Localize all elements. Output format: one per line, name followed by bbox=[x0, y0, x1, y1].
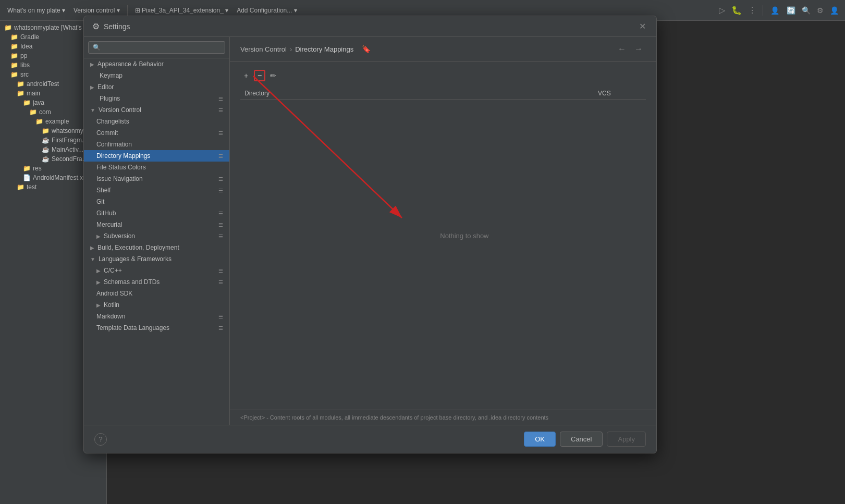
nav-label-file-status: File Status Colors bbox=[96, 164, 146, 171]
template-settings-badge-icon: ☰ bbox=[218, 325, 223, 331]
bookmark-icon: 🔖 bbox=[362, 45, 371, 53]
help-button[interactable]: ? bbox=[94, 433, 107, 446]
nav-label-plugins: Plugins bbox=[100, 95, 120, 102]
manifest-icon: 📄 bbox=[23, 174, 31, 181]
remove-mapping-button[interactable]: − bbox=[254, 70, 265, 81]
settings-icon[interactable]: ⚙ bbox=[817, 6, 824, 15]
nav-label-github: GitHub bbox=[96, 210, 116, 217]
apply-button[interactable]: Apply bbox=[607, 432, 646, 447]
src-label: src bbox=[20, 71, 29, 78]
vcs-settings-badge-icon: ☰ bbox=[218, 107, 223, 113]
add-config-menu[interactable]: Add Configuration... ▾ bbox=[234, 6, 300, 15]
secondfra-label: SecondFra... bbox=[52, 155, 88, 163]
secondfra-icon: ☕ bbox=[42, 155, 50, 163]
settings-badge-icon: ☰ bbox=[218, 96, 223, 102]
schemas-settings-badge-icon: ☰ bbox=[218, 279, 223, 285]
nav-item-keymap[interactable]: Keymap bbox=[84, 70, 229, 81]
manifest-label: AndroidManifest.xml bbox=[33, 174, 90, 181]
nav-item-subversion[interactable]: ▶ Subversion ☰ bbox=[84, 230, 229, 242]
expand-arrow-vcs-icon: ▼ bbox=[90, 107, 95, 113]
toolbar-separator-2 bbox=[763, 5, 763, 16]
dialog-title: Settings bbox=[104, 22, 637, 31]
debug-icon[interactable]: 🐛 bbox=[731, 5, 742, 15]
mainactiv-label: MainActiv... bbox=[52, 146, 83, 153]
firstfragm-icon: ☕ bbox=[42, 137, 50, 144]
device-menu[interactable]: ⊞ Pixel_3a_API_34_extension_ ▾ bbox=[132, 6, 231, 15]
content-nav-buttons: ← → bbox=[615, 43, 646, 55]
whatsonmyp-icon: 📁 bbox=[42, 127, 50, 134]
content-toolbar: + − ✏ bbox=[240, 70, 646, 81]
nav-label-mercurial: Mercurial bbox=[96, 221, 122, 228]
example-label: example bbox=[45, 118, 69, 125]
libs-label: libs bbox=[20, 62, 30, 69]
add-mapping-button[interactable]: + bbox=[240, 70, 252, 81]
directory-mappings-table: Directory VCS bbox=[240, 88, 646, 100]
subversion-settings-badge-icon: ☰ bbox=[218, 233, 223, 239]
test-label: test bbox=[27, 183, 36, 191]
edit-mapping-button[interactable]: ✏ bbox=[267, 70, 279, 81]
search-icon[interactable]: 🔍 bbox=[802, 6, 811, 15]
nav-label-git: Git bbox=[96, 198, 104, 205]
run-icon[interactable]: ▷ bbox=[719, 5, 725, 15]
more-menu-icon[interactable]: ⋮ bbox=[748, 5, 756, 15]
nav-item-directory-mappings[interactable]: Directory Mappings ☰ bbox=[84, 150, 229, 162]
gradle-label: Gradle bbox=[20, 33, 39, 41]
nav-label-changelists: Changelists bbox=[96, 118, 129, 125]
nav-label-subversion: Subversion bbox=[104, 232, 135, 240]
nav-item-android-sdk[interactable]: Android SDK bbox=[84, 288, 229, 299]
nav-item-changelists[interactable]: Changelists bbox=[84, 116, 229, 127]
nav-label-issue-navigation: Issue Navigation bbox=[96, 175, 143, 182]
nav-forward-button[interactable]: → bbox=[631, 43, 646, 55]
nav-item-plugins[interactable]: Plugins ☰ bbox=[84, 93, 229, 104]
res-icon: 📁 bbox=[23, 165, 31, 172]
version-control-menu[interactable]: Version control ▾ bbox=[70, 6, 123, 15]
java-icon: 📁 bbox=[23, 99, 31, 106]
dir-settings-badge-icon: ☰ bbox=[218, 153, 223, 159]
nav-search-input[interactable] bbox=[88, 41, 225, 54]
nav-item-appearance[interactable]: ▶ Appearance & Behavior bbox=[84, 58, 229, 70]
cpp-settings-badge-icon: ☰ bbox=[218, 268, 223, 274]
main-icon: 📁 bbox=[17, 90, 25, 97]
close-button[interactable]: ✕ bbox=[637, 19, 648, 33]
nav-item-mercurial[interactable]: Mercurial ☰ bbox=[84, 219, 229, 230]
profile-icon[interactable]: 👤 bbox=[770, 6, 779, 15]
nav-item-vcs[interactable]: ▼ Version Control ☰ bbox=[84, 104, 229, 116]
nav-item-template-data[interactable]: Template Data Languages ☰ bbox=[84, 322, 229, 334]
nav-item-git[interactable]: Git bbox=[84, 196, 229, 207]
cancel-button[interactable]: Cancel bbox=[560, 432, 603, 447]
nav-item-commit[interactable]: Commit ☰ bbox=[84, 127, 229, 139]
firstfragm-label: FirstFragm... bbox=[52, 137, 87, 144]
github-settings-badge-icon: ☰ bbox=[218, 211, 223, 216]
nav-item-build[interactable]: ▶ Build, Execution, Deployment bbox=[84, 242, 229, 253]
ide-background: What's on my plate ▾ Version control ▾ ⊞… bbox=[0, 0, 845, 504]
breadcrumb-parent: Version Control bbox=[240, 45, 287, 53]
dialog-header: ⚙ Settings ✕ bbox=[84, 16, 656, 37]
com-label: com bbox=[39, 108, 51, 116]
pp-label: pp bbox=[20, 52, 27, 59]
nav-item-markdown[interactable]: Markdown ☰ bbox=[84, 311, 229, 322]
nav-label-cpp: C/C++ bbox=[104, 267, 122, 274]
settings-nav: ▶ Appearance & Behavior Keymap ▶ Editor … bbox=[84, 37, 230, 425]
settings-icon-header: ⚙ bbox=[92, 21, 100, 31]
expand-arrow-icon: ▶ bbox=[90, 84, 94, 90]
nav-item-confirmation[interactable]: Confirmation bbox=[84, 139, 229, 150]
res-label: res bbox=[33, 165, 42, 172]
nav-label-template-data: Template Data Languages bbox=[96, 324, 169, 331]
nav-item-kotlin[interactable]: ▶ Kotlin bbox=[84, 299, 229, 311]
nav-back-button[interactable]: ← bbox=[615, 43, 629, 55]
nav-item-cpp[interactable]: ▶ C/C++ ☰ bbox=[84, 265, 229, 276]
account-icon[interactable]: 👤 bbox=[830, 6, 839, 15]
update-icon[interactable]: 🔄 bbox=[787, 6, 795, 15]
nav-item-github[interactable]: GitHub ☰ bbox=[84, 207, 229, 219]
nav-item-issue-navigation[interactable]: Issue Navigation ☰ bbox=[84, 173, 229, 185]
nav-label-build: Build, Execution, Deployment bbox=[97, 244, 179, 251]
nav-item-editor[interactable]: ▶ Editor bbox=[84, 81, 229, 93]
nav-item-file-status[interactable]: File Status Colors bbox=[84, 162, 229, 173]
expand-arrow-icon: ▶ bbox=[90, 62, 94, 67]
nav-item-shelf[interactable]: Shelf ☰ bbox=[84, 185, 229, 196]
ok-button[interactable]: OK bbox=[524, 432, 556, 447]
dialog-body: ▶ Appearance & Behavior Keymap ▶ Editor … bbox=[84, 37, 656, 425]
nav-item-schemas[interactable]: ▶ Schemas and DTDs ☰ bbox=[84, 276, 229, 288]
whats-on-plate-menu[interactable]: What's on my plate ▾ bbox=[4, 6, 68, 15]
nav-item-languages[interactable]: ▼ Languages & Frameworks bbox=[84, 253, 229, 265]
